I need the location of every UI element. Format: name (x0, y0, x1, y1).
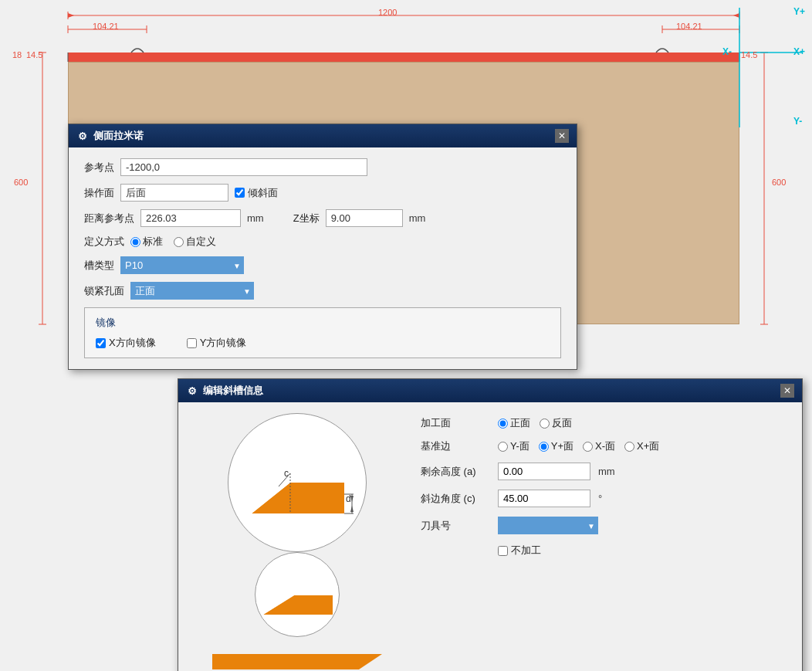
diagram-top-bar (212, 654, 382, 669)
def-standard-radio-label[interactable]: 标准 (130, 235, 163, 249)
x-plus-label-text: X+面 (637, 439, 659, 453)
slot-type-select[interactable]: P10 (120, 256, 244, 274)
bevel-icon: ⚙ (186, 385, 198, 397)
no-machine-checkbox[interactable] (498, 546, 508, 556)
left-side-dim-label: 600 (14, 178, 28, 187)
small-diagram-svg (255, 553, 340, 637)
tool-num-select[interactable] (498, 517, 598, 534)
def-method-label: 定义方式 (84, 235, 124, 249)
op-face-input[interactable] (120, 184, 228, 202)
board-red-strip (68, 53, 739, 62)
dist-input[interactable] (140, 209, 241, 227)
y-mirror-checkbox[interactable] (187, 338, 197, 348)
slot-type-dropdown-wrapper: P10 ▼ (120, 256, 244, 274)
dialog1-title-left: ⚙ 侧面拉米诺 (76, 129, 144, 143)
dialog2-title-text: 编辑斜槽信息 (203, 384, 263, 398)
tool-num-label: 刀具号 (421, 519, 490, 533)
bevel-angle-unit: ° (598, 493, 602, 504)
left-num2: 14.5 (26, 50, 42, 59)
svg-marker-4 (733, 13, 739, 18)
x-minus-radio[interactable] (583, 442, 593, 452)
x-plus-radio[interactable] (624, 442, 634, 452)
front-radio[interactable] (498, 419, 508, 429)
tool-num-dropdown-wrapper: ▼ (498, 517, 598, 534)
dialog1-close-button[interactable]: ✕ (555, 129, 569, 143)
axis-xplus-label: X+ (793, 46, 805, 57)
dist-label: 距离参考点 (84, 212, 134, 225)
def-standard-radio[interactable] (130, 237, 140, 247)
mirror-section-title: 镜像 (96, 316, 550, 330)
op-face-row: 操作面 倾斜面 (84, 184, 561, 202)
dialog2-body: c d (178, 402, 802, 671)
back-radio-label[interactable]: 反面 (540, 416, 572, 430)
z-unit: mm (409, 212, 426, 224)
dialog-lamello: ⚙ 侧面拉米诺 ✕ 参考点 操作面 倾斜面 距离参考点 mm Z坐标 mm (68, 124, 577, 370)
lock-face-select[interactable]: 正面 (130, 282, 254, 300)
slot-type-label: 槽类型 (84, 259, 114, 273)
z-label: Z坐标 (293, 212, 320, 225)
small-circle-diagram (255, 552, 340, 637)
inclined-checkbox[interactable] (235, 188, 245, 198)
def-standard-text: 标准 (143, 235, 163, 249)
y-plus-radio[interactable] (539, 442, 549, 452)
right-num1: 14.5 (741, 50, 757, 59)
x-plus-radio-label[interactable]: X+面 (624, 439, 659, 453)
dialog2-titlebar: ⚙ 编辑斜槽信息 ✕ (178, 379, 802, 402)
op-face-label: 操作面 (84, 186, 114, 200)
y-plus-radio-label[interactable]: Y+面 (539, 439, 573, 453)
top-dimension-label: 1200 (378, 8, 397, 17)
y-plus-label-text: Y+面 (551, 439, 573, 453)
def-custom-radio[interactable] (174, 237, 184, 247)
back-label-text: 反面 (552, 416, 572, 430)
def-custom-radio-label[interactable]: 自定义 (174, 235, 216, 249)
axis-yminus-label: Y- (793, 116, 802, 127)
diagram-area: c d (189, 413, 405, 671)
bevel-angle-input[interactable] (498, 490, 590, 507)
diagram-svg: c d (228, 413, 366, 552)
large-circle-diagram: c d (228, 413, 367, 552)
machining-face-label: 加工面 (421, 416, 490, 430)
bevel-angle-label: 斜边角度 (c) (421, 492, 490, 506)
y-mirror-label[interactable]: Y方向镜像 (187, 336, 247, 350)
x-mirror-checkbox[interactable] (96, 338, 106, 348)
ref-point-input[interactable] (120, 158, 367, 176)
no-machine-checkbox-label[interactable]: 不加工 (498, 544, 541, 557)
svg-text:c: c (284, 468, 289, 479)
left-top-dim-label: 104.21 (93, 22, 119, 31)
mirror-row: X方向镜像 Y方向镜像 (96, 336, 550, 350)
x-mirror-label[interactable]: X方向镜像 (96, 336, 156, 350)
y-minus-radio[interactable] (498, 442, 508, 452)
lamello-icon: ⚙ (76, 130, 89, 142)
inclined-label-text: 倾斜面 (248, 186, 278, 200)
axis-yplus-label: Y+ (793, 6, 805, 17)
ref-edge-radio-group: Y-面 Y+面 X-面 X+面 (498, 439, 659, 453)
x-minus-radio-label[interactable]: X-面 (583, 439, 615, 453)
bevel-angle-row: 斜边角度 (c) ° (421, 490, 791, 507)
front-radio-label[interactable]: 正面 (498, 416, 530, 430)
right-side-dim-label: 600 (772, 178, 786, 187)
machining-face-radio-group: 正面 反面 (498, 416, 572, 430)
svg-marker-31 (350, 506, 354, 512)
remain-height-label: 剩余高度 (a) (421, 465, 490, 479)
back-radio[interactable] (540, 419, 550, 429)
z-input[interactable] (326, 209, 403, 227)
dialog1-title-text: 侧面拉米诺 (93, 129, 144, 143)
right-top-dim-label: 104.21 (676, 22, 702, 31)
settings-area: 加工面 正面 反面 基准边 (421, 413, 791, 671)
def-method-row: 定义方式 标准 自定义 (84, 235, 561, 249)
front-label-text: 正面 (510, 416, 530, 430)
svg-marker-3 (68, 13, 74, 18)
no-machine-text: 不加工 (511, 544, 541, 557)
dialog-bevel-slot: ⚙ 编辑斜槽信息 ✕ c d (178, 378, 803, 671)
svg-text:d: d (346, 493, 351, 504)
y-minus-radio-label[interactable]: Y-面 (498, 439, 529, 453)
dialog2-close-button[interactable]: ✕ (780, 384, 794, 398)
dist-unit: mm (247, 212, 264, 224)
x-minus-label-text: X-面 (595, 439, 615, 453)
ref-point-label: 参考点 (84, 161, 114, 175)
remain-height-input[interactable] (498, 463, 590, 480)
def-custom-text: 自定义 (186, 235, 216, 249)
dialog1-body: 参考点 操作面 倾斜面 距离参考点 mm Z坐标 mm 定义方式 (69, 147, 577, 369)
inclined-checkbox-label[interactable]: 倾斜面 (235, 186, 278, 200)
tool-num-row: 刀具号 ▼ (421, 517, 791, 534)
